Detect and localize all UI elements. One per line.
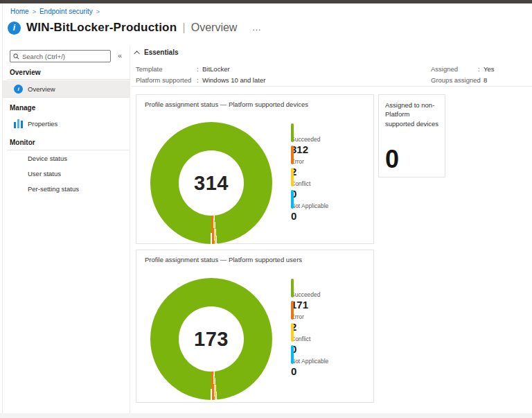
essentials-value: BitLocker: [202, 65, 230, 73]
breadcrumb-separator: >: [96, 8, 100, 15]
chart-title: Profile assignment status — Platform sup…: [145, 101, 308, 108]
breadcrumb-home-link[interactable]: Home: [10, 8, 29, 15]
sidebar-item-label: User status: [28, 170, 61, 177]
colon: :: [478, 76, 480, 84]
portal-top-bar: [0, 0, 532, 3]
endpoint-security-overview-page: Home > Endpoint security > i WIN-BitLock…: [0, 0, 532, 418]
donut-total: 314: [194, 172, 229, 195]
donut-hole: 314: [179, 150, 244, 216]
breadcrumb-endpoint-security-link[interactable]: Endpoint security: [39, 8, 93, 15]
legend-item-succeeded: Succeeded171: [291, 278, 321, 299]
legend-color-bar: [291, 168, 294, 186]
breadcrumb-separator: >: [33, 8, 36, 15]
essentials-label: Template: [136, 65, 163, 73]
legend-value: 0: [291, 365, 328, 377]
page-header: i WIN-BitLocker-Production | Overview ..…: [8, 21, 261, 35]
essentials-row-template: Template : BitLocker: [136, 65, 413, 73]
sidebar-item-label: Per-setting status: [28, 185, 79, 193]
nav-group-monitor: Monitor: [10, 139, 35, 146]
legend-item-conflict: Conflict0: [291, 322, 310, 343]
essentials-toggle[interactable]: Essentials: [136, 49, 529, 56]
title-separator: |: [182, 21, 185, 35]
colon: :: [197, 65, 199, 73]
sidebar-item-per-setting-status[interactable]: Per-setting status: [3, 180, 130, 197]
users-donut-chart: 173: [150, 278, 272, 400]
devices-donut-chart: 314: [150, 122, 272, 244]
chart-title: Profile assignment status — Platform sup…: [145, 256, 302, 263]
legend-color-bar: [291, 190, 294, 209]
nav-group-manage: Manage: [10, 104, 35, 112]
search-input[interactable]: [22, 53, 107, 60]
essentials-value: Windows 10 and later: [202, 76, 265, 84]
sidebar-item-device-status[interactable]: Device status: [3, 150, 130, 166]
legend-item-not-applicable: Not Applicable0: [291, 189, 328, 210]
page-title: WIN-BitLocker-Production: [26, 21, 177, 35]
sidebar-search[interactable]: [10, 50, 111, 62]
essentials-value: 8: [484, 76, 487, 84]
essentials-label: Groups assigned: [431, 76, 481, 84]
devices-assignment-status-card: Profile assignment status — Platform sup…: [136, 94, 374, 244]
legend-color-bar: [291, 301, 294, 320]
essentials-row-groups-assigned: Groups assigned : 8: [431, 76, 532, 84]
more-options-icon[interactable]: ...: [252, 23, 261, 33]
legend-label: Not Applicable: [291, 357, 328, 365]
properties-columns-icon: [14, 119, 23, 128]
sidebar-item-label: Device status: [28, 155, 67, 162]
legend-color-bar: [291, 279, 294, 297]
sidebar-item-properties[interactable]: Properties: [3, 115, 130, 132]
legend-item-not-applicable: Not Applicable0: [291, 345, 328, 365]
legend-item-error: Error2: [291, 145, 304, 166]
users-assignment-status-card: Profile assignment status — Platform sup…: [136, 250, 374, 403]
legend-label: Conflict: [291, 335, 310, 342]
info-icon: i: [14, 85, 23, 94]
legend-color-bar: [291, 345, 294, 364]
legend-label: Conflict: [291, 180, 310, 187]
horizontal-scrollbar-track[interactable]: [0, 413, 532, 418]
colon: :: [197, 76, 199, 84]
essentials-divider: [132, 86, 532, 87]
donut-hole: 173: [179, 306, 244, 372]
sidebar-menu: « Overview i Overview Manage Properties …: [3, 46, 130, 414]
breadcrumb: Home > Endpoint security >: [10, 8, 100, 15]
legend-color-bar: [291, 123, 294, 142]
legend-label: Succeeded: [291, 135, 321, 143]
info-icon: i: [8, 21, 21, 35]
chevron-up-icon: [134, 51, 139, 56]
legend-color-bar: [291, 146, 294, 164]
essentials-value: Yes: [484, 65, 495, 73]
legend-item-succeeded: Succeeded312: [291, 123, 321, 143]
legend-label: Not Applicable: [291, 202, 328, 209]
card-title: Assigned to non-Platform supported devic…: [385, 101, 441, 128]
non-platform-devices-card: Assigned to non-Platform supported devic…: [378, 94, 445, 177]
sidebar-item-label: Properties: [28, 120, 57, 128]
legend-item-error: Error2: [291, 300, 304, 321]
legend-value: 0: [291, 210, 328, 222]
search-icon: [13, 53, 19, 60]
legend-color-bar: [291, 323, 294, 342]
nav-group-overview: Overview: [10, 69, 40, 76]
sidebar-item-overview[interactable]: i Overview: [3, 80, 130, 97]
page-subtitle: Overview: [191, 21, 238, 34]
essentials-row-platform: Platform supported : Windows 10 and late…: [136, 76, 413, 84]
sidebar-content-divider: [130, 46, 130, 413]
legend-label: Succeeded: [291, 290, 321, 298]
nav-divider: [3, 97, 130, 98]
nav-divider: [7, 79, 130, 80]
non-platform-count: 0: [385, 145, 399, 174]
legend-item-conflict: Conflict0: [291, 167, 310, 188]
colon: :: [478, 65, 480, 73]
donut-total: 173: [194, 328, 229, 351]
essentials-section: Essentials: [136, 49, 529, 56]
sidebar-item-label: Overview: [28, 85, 55, 93]
essentials-label: Assigned: [431, 65, 458, 73]
sidebar-item-user-status[interactable]: User status: [3, 165, 130, 182]
essentials-row-assigned: Assigned : Yes: [431, 65, 532, 73]
essentials-title: Essentials: [144, 49, 178, 56]
essentials-label: Platform supported: [136, 76, 191, 84]
collapse-menu-icon[interactable]: «: [118, 51, 122, 60]
